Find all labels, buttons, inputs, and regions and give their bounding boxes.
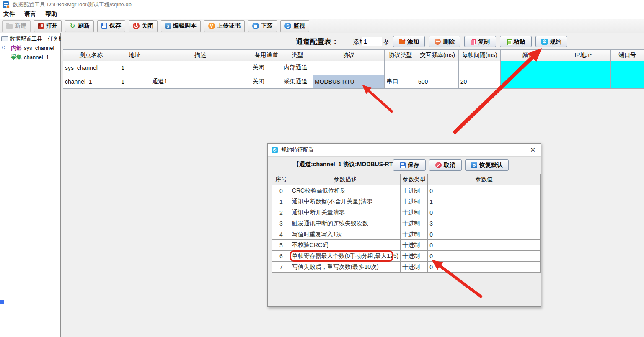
param-table-cell[interactable]: 0 [428,262,541,273]
param-table-cell[interactable]: 十进制 [401,229,428,240]
dialog-cancel-button[interactable]: 取消 [429,159,462,171]
channel-table-header[interactable]: 交互频率(ms) [416,50,459,61]
refresh-button[interactable]: 刷新 [65,20,94,32]
channel-table-header[interactable]: 端口号 [610,50,644,61]
channel-table-header[interactable]: 备用通道 [251,50,282,61]
channel-table-cell[interactable]: 关闭 [251,61,282,75]
menu-item-2[interactable]: 帮助 [45,10,57,18]
param-table-cell[interactable]: 0 [428,229,541,240]
dialog-close-icon[interactable]: ✕ [530,146,535,154]
param-table-cell[interactable]: 写值失败后，重写次数(最多10次) [290,262,400,273]
channel-table-cell[interactable] [556,75,610,89]
channel-table-cell[interactable]: 通道1 [150,75,251,89]
tree-item-channel_1[interactable]: 采集channel_1 [0,53,60,62]
dialog-save-button[interactable]: 保存 [393,159,426,171]
monitor-button[interactable]: 监视 [280,20,309,32]
dialog-title-bar[interactable]: 规约特征配置 ✕ [268,144,541,157]
menu-bar: 文件语言帮助 [0,9,644,19]
param-table-cell[interactable]: 通讯中断开关量清零 [290,207,400,218]
channel-table-header[interactable]: 协议 [313,50,384,61]
param-table-header[interactable]: 参数描述 [290,174,400,185]
param-table-cell[interactable]: 0 [272,185,290,196]
channel-table-header[interactable]: 颜色 [501,50,556,61]
param-table-cell[interactable]: 通讯中断数据(不含开关量)清零 [290,196,400,207]
param-table-header[interactable]: 序号 [272,174,290,185]
param-table-cell[interactable]: CRC校验高低位相反 [290,185,400,196]
param-table-cell[interactable]: 十进制 [401,251,428,262]
dialog-restore-button[interactable]: 恢复默认 [465,159,509,171]
param-table-cell[interactable]: 触发通讯中断的连续失败次数 [290,218,400,229]
channel-table-cell[interactable] [610,75,644,89]
param-table-cell[interactable]: 写值时重复写入1次 [290,229,400,240]
close-power-icon [133,23,140,29]
close-button[interactable]: 关闭 [129,20,158,32]
open-button[interactable]: 打开 [34,20,62,32]
channel-table-cell[interactable]: sys_channel [63,61,119,75]
channel-table-cell[interactable]: 20 [458,75,501,89]
channel-table-header[interactable]: 类型 [282,50,313,61]
channel-table-cell[interactable] [458,61,501,75]
param-table-cell[interactable]: 十进制 [401,196,428,207]
channel-table-cell[interactable] [385,61,416,75]
param-table-header[interactable]: 参数类型 [401,174,428,185]
param-table-cell[interactable]: 0 [428,207,541,218]
channel-table-header[interactable]: 描述 [150,50,251,61]
channel-table-cell[interactable] [150,61,251,75]
delete-button[interactable]: 删除 [429,36,460,47]
channel-table-header[interactable]: 协议类型 [385,50,416,61]
channel-table-cell[interactable] [416,61,459,75]
param-table-cell[interactable]: 十进制 [401,185,428,196]
channel-table-cell[interactable]: MODBUS-RTU [313,75,384,89]
channel-table-cell[interactable]: 内部通道 [282,61,313,75]
channel-table-cell[interactable]: 500 [416,75,459,89]
channel-table-header[interactable]: 每帧间隔(ms) [458,50,501,61]
channel-table-cell[interactable] [501,61,556,75]
param-table-cell[interactable]: 0 [428,185,541,196]
param-table-cell[interactable]: 不校验CRC码 [290,240,400,251]
tree-root[interactable]: 数据配置工具—任务树 [0,33,60,44]
menu-item-1[interactable]: 语言 [24,10,36,18]
edit-script-button[interactable]: 编辑脚本 [161,20,201,32]
channel-table-header[interactable]: IP地址 [556,50,610,61]
add-button[interactable]: 添加 [393,36,425,47]
channel-table-cell[interactable]: channel_1 [63,75,119,89]
param-table-cell[interactable]: 单帧寄存器最大个数(0手动分组,最大125) [290,251,400,262]
param-table-cell[interactable]: 1 [428,196,541,207]
upload-cert-button[interactable]: 上传证书 [204,20,245,32]
copy-button[interactable]: 复制 [464,36,496,47]
param-table-cell[interactable]: 十进制 [401,207,428,218]
channel-table-cell[interactable]: 1 [119,61,150,75]
channel-table-cell[interactable]: 关闭 [251,75,282,89]
channel-table-cell[interactable]: 串口 [385,75,416,89]
add-button-label: 添加 [407,38,419,46]
add-count-input[interactable] [362,37,382,46]
param-table-header[interactable]: 参数值 [428,174,541,185]
param-table-cell[interactable]: 7 [272,262,290,273]
param-table-cell[interactable]: 十进制 [401,240,428,251]
channel-table-cell[interactable] [556,61,610,75]
param-table-cell[interactable]: 1 [272,196,290,207]
param-table-cell[interactable]: 0 [428,240,541,251]
channel-table-cell[interactable] [501,75,556,89]
channel-table-cell[interactable]: 1 [119,75,150,89]
param-table-cell[interactable]: 十进制 [401,218,428,229]
channel-table-cell[interactable]: 采集通道 [282,75,313,89]
paste-button[interactable]: 粘贴 [500,36,532,47]
param-table-cell[interactable]: 5 [272,240,290,251]
param-table-cell[interactable]: 十进制 [401,262,428,273]
menu-item-0[interactable]: 文件 [3,10,15,18]
download-button[interactable]: 下装 [248,20,277,32]
channel-table-header[interactable]: 地址 [119,50,150,61]
channel-table-header[interactable]: 测点名称 [63,50,119,61]
channel-table-cell[interactable] [313,61,384,75]
param-table-cell[interactable]: 3 [272,218,290,229]
param-table-cell[interactable]: 4 [272,229,290,240]
tree-item-sys_channel[interactable]: 内部sys_channel [0,44,60,53]
param-table-cell[interactable]: 0 [428,251,541,262]
channel-table-cell[interactable] [610,61,644,75]
param-table-cell[interactable]: 3 [428,218,541,229]
protocol-button[interactable]: 规约 [535,36,567,47]
save-button[interactable]: 保存 [97,20,125,32]
param-table-cell[interactable]: 2 [272,207,290,218]
param-table-cell[interactable]: 6 [272,251,290,262]
